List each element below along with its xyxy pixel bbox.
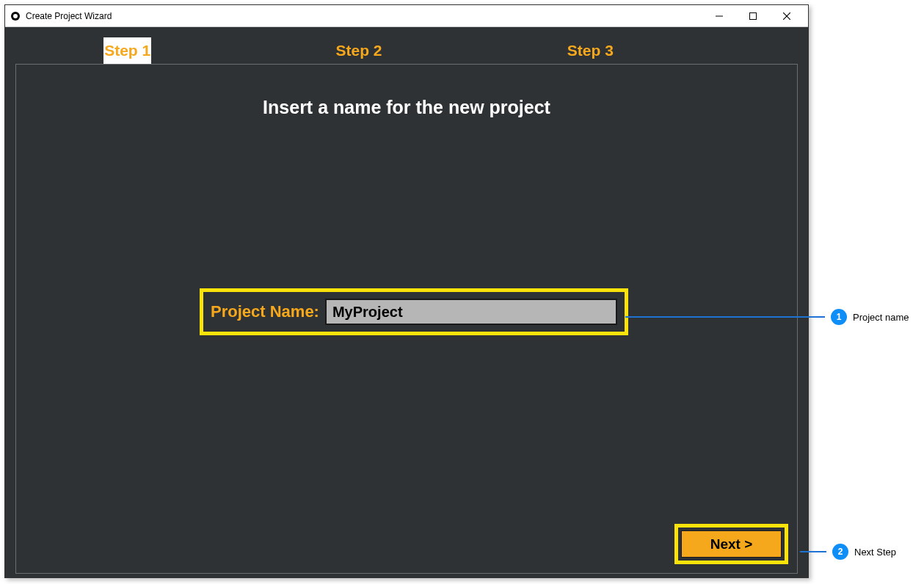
window-controls [702,6,804,26]
window-title: Create Project Wizard [26,11,702,21]
content-area: Step 1 Step 2 Step 3 Insert a name for t… [5,27,808,577]
wizard-window: Create Project Wizard Step 1 Step 2 Step… [4,4,809,578]
callout-line [800,551,826,552]
tab-step-1[interactable]: Step 1 [103,37,151,64]
next-button[interactable]: Next > [681,530,782,558]
callout-text: Project name [853,312,909,323]
minimize-button[interactable] [702,6,736,26]
step-tabs: Step 1 Step 2 Step 3 [15,37,798,64]
tab-step-2[interactable]: Step 2 [335,37,382,64]
next-button-highlight: Next > [674,524,788,564]
project-name-row: Project Name: [200,288,628,335]
panel-heading: Insert a name for the new project [16,97,797,118]
callout-badge: 2 [832,544,848,560]
titlebar: Create Project Wizard [5,5,808,27]
callout-2: 2 Next Step [800,544,896,560]
callout-line [625,316,825,318]
svg-point-1 [13,14,18,18]
callout-text: Next Step [854,547,896,558]
callout-1: 1 Project name [625,309,909,325]
app-icon [10,10,21,22]
tab-step-3[interactable]: Step 3 [567,37,614,64]
maximize-button[interactable] [736,6,770,26]
svg-rect-3 [750,12,757,19]
project-name-input[interactable] [325,299,617,325]
project-name-label: Project Name: [211,302,319,321]
close-button[interactable] [770,6,804,26]
callout-badge: 1 [831,309,847,325]
